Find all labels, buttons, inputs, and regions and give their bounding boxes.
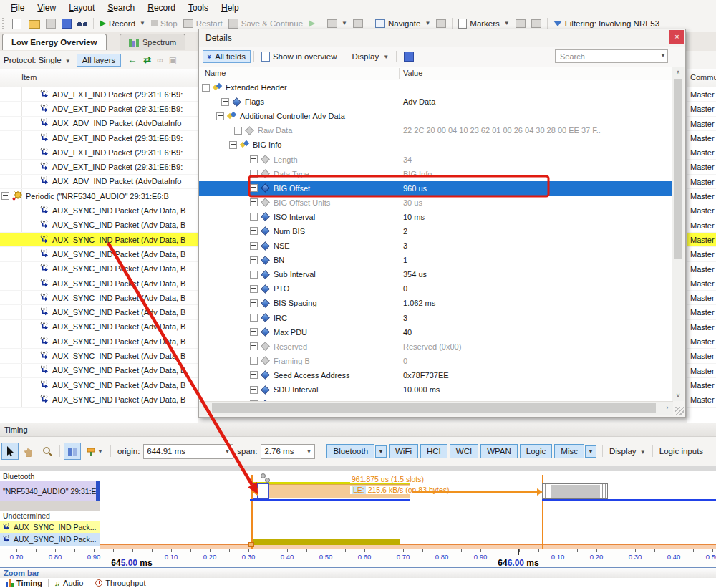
export-button[interactable] (59, 18, 74, 29)
markers-dropdown-icon[interactable]: ▼ (504, 20, 510, 26)
find-button[interactable] (74, 18, 90, 29)
scroll-up-icon[interactable]: ∧ (672, 67, 684, 78)
details-row[interactable]: NSE 3 (199, 238, 673, 253)
packet-row[interactable]: AUX_ADV_IND Packet (AdvDataInfo (0, 117, 198, 131)
marker-next-button[interactable] (528, 19, 544, 29)
bluetooth-dropdown-icon[interactable]: ▼ (375, 445, 387, 458)
open-file-button[interactable] (26, 17, 43, 29)
filtering-button[interactable]: Filtering: Involving NRF53 (551, 19, 662, 29)
communication-column-header[interactable]: Commu (687, 69, 716, 87)
item-column-header[interactable]: Item (0, 69, 198, 87)
packet-row[interactable]: AUX_SYNC_IND Packet (Adv Data, B (0, 218, 198, 233)
details-row[interactable]: BIG Offset 960 us (199, 181, 673, 196)
expander-icon[interactable] (221, 98, 229, 106)
expander-icon[interactable] (250, 342, 258, 350)
marker-dropdown-icon[interactable]: ▼ (97, 448, 103, 455)
details-hscrollbar[interactable]: ‹ › (199, 401, 673, 415)
expander-icon[interactable] (250, 357, 258, 365)
save-continue-button[interactable]: Save & Continue (226, 18, 306, 29)
navigate-button[interactable]: Navigate▼ (372, 19, 433, 29)
details-row[interactable]: Length 34 (199, 152, 673, 166)
span-combobox[interactable]: 2.76 ms▼ (261, 444, 315, 459)
menu-search[interactable]: Search (101, 1, 141, 14)
record-button[interactable]: Record▼ (97, 19, 148, 29)
details-row[interactable]: BIG Offset Units 30 us (199, 196, 673, 210)
device-1-button[interactable]: ▼ (324, 19, 350, 29)
packet-row[interactable]: ADV_EXT_IND Packet (29:31:E6:B9: (0, 87, 198, 102)
details-row[interactable]: IRC 3 (199, 311, 673, 325)
communication-cell[interactable]: Master (687, 262, 716, 276)
packet-row[interactable]: AUX_SYNC_IND Packet (Adv Data, B (0, 276, 198, 291)
packet-row[interactable]: AUX_ADV_IND Packet (AdvDataInfo (0, 175, 198, 189)
packet-row[interactable]: AUX_SYNC_IND Packet (Adv Data, B (0, 378, 198, 392)
communication-cell[interactable]: Master (687, 102, 716, 116)
packet-block-right[interactable] (542, 483, 608, 499)
packet-row[interactable]: AUX_SYNC_IND Packet (Adv Data, B (0, 233, 198, 247)
expander-icon[interactable] (250, 184, 258, 192)
span-dropdown-icon[interactable]: ▼ (306, 448, 312, 455)
toolbar-grip[interactable] (2, 18, 7, 29)
details-row[interactable]: BIG Info (199, 138, 673, 152)
expander-icon[interactable] (250, 314, 258, 322)
navigate-extra-button[interactable] (433, 19, 449, 29)
logic-inputs-button[interactable]: Logic inputs (659, 447, 703, 456)
zoom-tool-button[interactable] (39, 443, 56, 460)
communication-cell[interactable]: Master (687, 218, 716, 233)
tab-throughput[interactable]: Throughput (90, 578, 151, 588)
details-row[interactable]: BN 1 (199, 253, 673, 267)
communication-cell[interactable]: Master (687, 189, 716, 203)
communication-cell[interactable]: Master (687, 276, 716, 291)
menu-file[interactable]: File (4, 1, 31, 14)
packet-row[interactable]: AUX_SYNC_IND Packet (Adv Data, B (0, 320, 198, 334)
details-row[interactable]: Flags Adv Data (199, 95, 673, 109)
expander-icon[interactable] (250, 256, 258, 264)
expander-icon[interactable] (250, 371, 258, 379)
menu-tools[interactable]: Tools (182, 1, 215, 14)
protocol-toggle-button[interactable]: WPAN (480, 444, 518, 458)
tab-low-energy-overview[interactable]: Low Energy Overview (2, 34, 107, 50)
scroll-down-icon[interactable]: ∨ (672, 390, 684, 401)
communication-cell[interactable]: Master (687, 145, 716, 160)
packet-row[interactable]: AUX_SYNC_IND Packet (Adv Data, B (0, 247, 198, 261)
expander-icon[interactable] (1, 192, 9, 200)
aux-sync-row-label-2[interactable]: AUX_SYNC_IND Pack... (0, 533, 100, 546)
scroll-left-icon[interactable]: ‹ (199, 403, 211, 413)
tab-timing[interactable]: Timing (0, 578, 48, 588)
origin-combobox[interactable]: 644.91 ms▼ (143, 444, 233, 459)
pan-tool-button[interactable] (20, 443, 37, 460)
communication-cell[interactable]: Master (687, 334, 716, 349)
expander-icon[interactable] (250, 227, 258, 235)
link-icon[interactable]: ∞ (157, 55, 163, 65)
protocol-toggle-button[interactable]: HCI (420, 444, 448, 458)
details-row[interactable]: Raw Data 22 2C 20 00 04 10 23 62 01 00 2… (199, 123, 673, 138)
expander-icon[interactable] (250, 285, 258, 293)
aux-sync-row-label-1[interactable]: AUX_SYNC_IND Pack... (0, 521, 100, 533)
markers-button[interactable]: Markers▼ (455, 18, 512, 29)
communication-cell[interactable]: Master (687, 378, 716, 392)
expander-icon[interactable] (250, 155, 258, 163)
lock-icon[interactable]: ▣ (169, 55, 177, 65)
record-dropdown-icon[interactable]: ▼ (140, 20, 145, 26)
origin-dropdown-icon[interactable]: ▼ (224, 448, 230, 455)
marker-prev-button[interactable] (513, 19, 528, 29)
packet-row[interactable]: AUX_SYNC_IND Packet (Adv Data, B (0, 364, 198, 378)
details-row[interactable]: Seed Access Address 0x78F737EE (199, 368, 673, 382)
packet-row[interactable]: ADV_EXT_IND Packet (29:31:E6:B9: (0, 160, 198, 174)
communication-cell[interactable]: Master (687, 349, 716, 363)
expander-icon[interactable] (250, 271, 258, 279)
menu-view[interactable]: View (31, 1, 62, 14)
communication-cell[interactable]: Master (687, 364, 716, 378)
communication-cell[interactable]: Master (687, 87, 716, 102)
expander-icon[interactable] (250, 299, 258, 307)
communication-cell[interactable]: Master (687, 305, 716, 319)
tab-audio[interactable]: ♫Audio (49, 578, 89, 588)
packet-row[interactable]: ADV_EXT_IND Packet (29:31:E6:B9: (0, 131, 198, 145)
save-button[interactable] (43, 18, 59, 29)
communication-cell[interactable]: Master (687, 233, 716, 247)
copy-button[interactable] (400, 50, 418, 63)
details-row[interactable]: PTO 0 (199, 281, 673, 296)
communication-cell[interactable]: Master (687, 320, 716, 334)
packet-row[interactable]: AUX_SYNC_IND Packet (Adv Data, B (0, 291, 198, 305)
communication-cell[interactable]: Master (687, 160, 716, 174)
protocol-toggle-button[interactable]: WCI (450, 444, 478, 458)
